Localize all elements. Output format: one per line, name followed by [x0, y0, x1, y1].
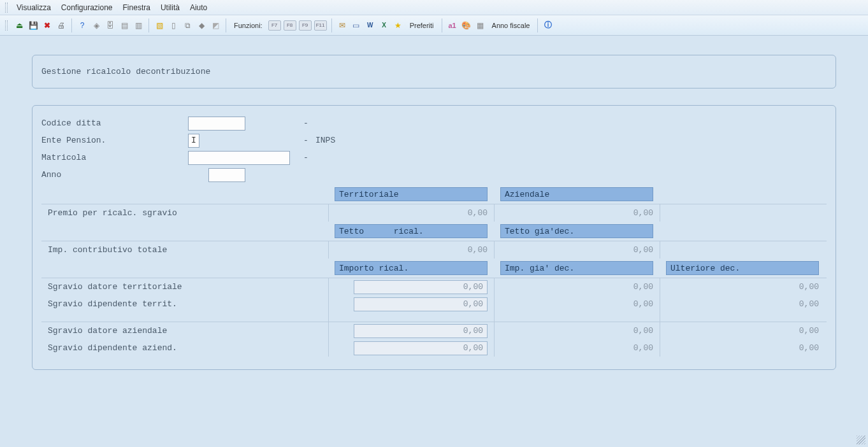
screen-icon[interactable]: ▭ — [350, 19, 363, 32]
matricola-input[interactable] — [188, 151, 290, 165]
toolbar: ⏏ 💾 ✖ 🖨 ? ◈ 🗄 ▤ ▥ ▧ ▯ ⧉ ◆ ◩ Funzioni: F7… — [0, 15, 868, 36]
codice-ditta-label: Codice ditta — [41, 118, 188, 128]
sgr-datore-az-ult: 0,00 — [799, 326, 819, 336]
col-importo-rical: Importo rical. — [335, 261, 488, 275]
premio-az-value: 0,00 — [633, 208, 653, 218]
f7-button[interactable]: F7 — [268, 20, 281, 31]
codice-ditta-dash: - — [296, 118, 315, 128]
menubar-grip — [5, 3, 8, 13]
ente-input[interactable] — [188, 134, 199, 148]
funzioni-label: Funzioni: — [234, 22, 263, 29]
preferiti-label[interactable]: Preferiti — [410, 22, 434, 29]
matricola-label: Matricola — [41, 153, 188, 162]
help-icon[interactable]: ? — [76, 19, 89, 32]
f9-button[interactable]: F9 — [299, 20, 312, 31]
premio-terr-value: 0,00 — [468, 208, 488, 218]
imp-contrib-tetto-dec: 0,00 — [633, 245, 653, 255]
menubar: Visualizza Configurazione Finestra Utili… — [0, 0, 868, 15]
menu-finestra[interactable]: Finestra — [118, 1, 156, 14]
page-title: Gestione ricalcolo decontribuzione — [41, 67, 210, 76]
row-premio-label: Premio per ricalc. sgravio — [48, 208, 177, 218]
ente-label: Ente Pension. — [41, 136, 188, 145]
delete-icon[interactable]: ✖ — [41, 19, 54, 32]
row-sgr-dip-terr-label: Sgravio dipendente territ. — [48, 299, 177, 309]
menu-visualizza[interactable]: Visualizza — [11, 1, 56, 14]
col-aziendale: Aziendale — [500, 187, 653, 201]
col-territoriale: Territoriale — [335, 187, 488, 201]
ente-text: INPS — [315, 136, 335, 145]
cube-icon[interactable]: ◩ — [209, 19, 222, 32]
col-imp-gia-dec: Imp. gia' dec. — [500, 261, 653, 275]
sgr-dip-terr-ult: 0,00 — [799, 299, 819, 309]
sgr-datore-terr-gia: 0,00 — [633, 282, 653, 292]
calendar-icon[interactable]: ▦ — [474, 19, 487, 32]
book-icon[interactable]: ◆ — [195, 19, 208, 32]
anno-fiscale-label[interactable]: Anno fiscale — [492, 22, 530, 29]
print-icon[interactable]: 🖨 — [55, 19, 68, 32]
ente-dash: - — [296, 136, 315, 145]
f11-button[interactable]: F11 — [314, 20, 327, 31]
sgr-datore-terr-importo[interactable] — [354, 280, 488, 294]
f8-button[interactable]: F8 — [284, 20, 296, 31]
sgr-dip-az-importo[interactable] — [354, 341, 488, 355]
stack-icon[interactable]: ▧ — [153, 19, 166, 32]
doc2-icon[interactable]: ▥ — [132, 19, 145, 32]
row-sgr-datore-terr-label: Sgravio datore territoriale — [48, 282, 182, 292]
text-icon[interactable]: a1 — [446, 19, 459, 32]
menu-utilita[interactable]: Utilità — [156, 1, 185, 14]
page-icon[interactable]: ▯ — [167, 19, 180, 32]
imp-contrib-tetto-rical: 0,00 — [468, 245, 488, 255]
anno-label: Anno — [41, 170, 188, 180]
mail-icon[interactable]: ✉ — [336, 19, 349, 32]
row-sgr-dip-az-label: Sgravio dipendente aziend. — [48, 343, 177, 353]
page-title-box: Gestione ricalcolo decontribuzione — [32, 55, 836, 89]
palette-icon[interactable]: 🎨 — [460, 19, 473, 32]
doc1-icon[interactable]: ▤ — [118, 19, 131, 32]
about-icon[interactable]: ⓘ — [542, 19, 554, 32]
menu-aiuto[interactable]: Aiuto — [185, 1, 212, 14]
col-ulteriore-dec: Ulteriore dec. — [666, 261, 819, 275]
info-icon[interactable]: ◈ — [90, 19, 103, 32]
exit-icon[interactable]: ⏏ — [13, 19, 25, 32]
row-imp-contrib-label: Imp. contributivo totale — [48, 245, 167, 255]
menu-configurazione[interactable]: Configurazione — [56, 1, 118, 14]
col-tetto-rical: Tetto rical. — [335, 224, 488, 238]
db-icon[interactable]: 🗄 — [104, 19, 117, 32]
col-tetto-gia-dec: Tetto gia'dec. — [500, 224, 653, 238]
sgr-dip-terr-importo[interactable] — [354, 297, 488, 311]
sgr-dip-az-ult: 0,00 — [799, 343, 819, 353]
star-icon[interactable]: ★ — [392, 19, 405, 32]
sgr-datore-terr-ult: 0,00 — [799, 282, 819, 292]
toolbar-grip — [5, 20, 8, 31]
sgr-datore-az-importo[interactable] — [354, 324, 488, 338]
anno-input[interactable] — [208, 168, 245, 182]
matricola-dash: - — [296, 153, 315, 162]
sgr-dip-az-gia: 0,00 — [633, 343, 653, 353]
save-icon[interactable]: 💾 — [27, 19, 40, 32]
copy-icon[interactable]: ⧉ — [181, 19, 194, 32]
sgr-dip-terr-gia: 0,00 — [633, 299, 653, 309]
codice-ditta-input[interactable] — [188, 117, 245, 131]
word-icon[interactable]: W — [364, 19, 377, 32]
resize-grip[interactable] — [857, 436, 865, 444]
excel-icon[interactable]: X — [378, 19, 391, 32]
sgr-datore-az-gia: 0,00 — [633, 326, 653, 336]
row-sgr-datore-az-label: Sgravio datore aziendale — [48, 326, 167, 336]
form-panel: Codice ditta - Ente Pension. - INPS Matr… — [32, 105, 836, 370]
